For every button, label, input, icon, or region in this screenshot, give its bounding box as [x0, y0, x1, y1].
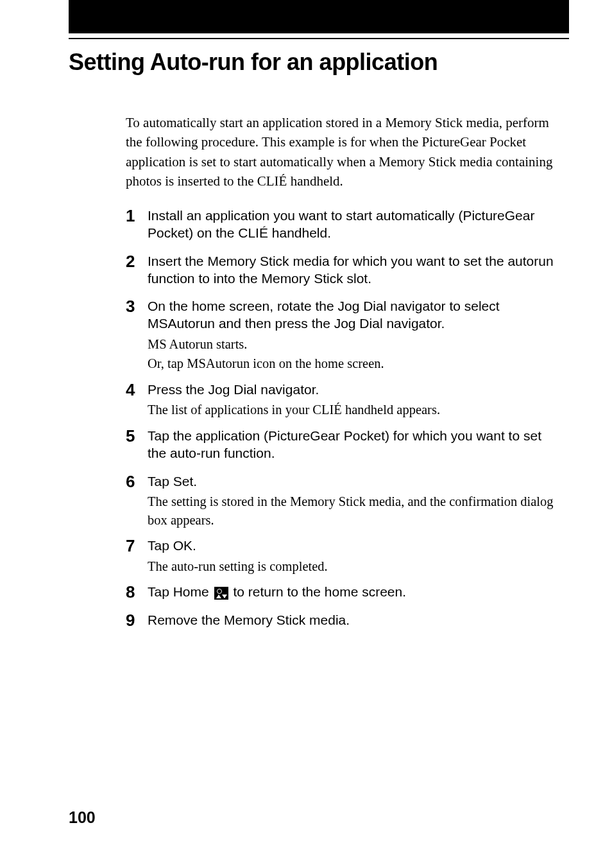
- home-icon: [214, 587, 228, 600]
- steps-list: 1 Install an application you want to sta…: [126, 207, 562, 639]
- step-item: 3 On the home screen, rotate the Jog Dia…: [126, 297, 562, 373]
- step-number: 9: [126, 611, 148, 630]
- step-title: Install an application you want to start…: [148, 207, 562, 242]
- step-description: The auto-run setting is completed.: [148, 557, 562, 576]
- step-item: 9 Remove the Memory Stick media.: [126, 611, 562, 631]
- step-title: Remove the Memory Stick media.: [148, 611, 562, 629]
- step-title-prefix: Tap Home: [148, 584, 213, 599]
- step-number: 8: [126, 583, 148, 602]
- step-content: On the home screen, rotate the Jog Dial …: [148, 297, 562, 373]
- page-number: 100: [69, 808, 96, 827]
- step-content: Tap Set. The setting is stored in the Me…: [148, 473, 562, 530]
- step-item: 2 Insert the Memory Stick media for whic…: [126, 252, 562, 290]
- step-content: Tap OK. The auto-run setting is complete…: [148, 537, 562, 575]
- step-item: 6 Tap Set. The setting is stored in the …: [126, 473, 562, 530]
- step-content: Tap the application (PictureGear Pocket)…: [148, 427, 562, 465]
- step-title-suffix: to return to the home screen.: [230, 584, 406, 599]
- page-title: Setting Auto-run for an application: [69, 49, 438, 76]
- step-number: 1: [126, 207, 148, 225]
- step-number: 4: [126, 381, 148, 399]
- step-number: 2: [126, 252, 148, 271]
- step-number: 5: [126, 427, 148, 446]
- step-content: Remove the Memory Stick media.: [148, 611, 562, 631]
- step-title: On the home screen, rotate the Jog Dial …: [148, 297, 562, 333]
- step-title: Tap Set.: [148, 473, 562, 490]
- step-item: 7 Tap OK. The auto-run setting is comple…: [126, 537, 562, 575]
- step-number: 6: [126, 473, 148, 491]
- step-title: Press the Jog Dial navigator.: [148, 381, 562, 398]
- step-content: Install an application you want to start…: [148, 207, 562, 245]
- step-content: Press the Jog Dial navigator. The list o…: [148, 381, 562, 419]
- step-item: 1 Install an application you want to sta…: [126, 207, 562, 245]
- step-item: 5 Tap the application (PictureGear Pocke…: [126, 427, 562, 465]
- header-rule: [69, 38, 569, 39]
- step-content: Tap Home to return to the home screen.: [148, 583, 562, 603]
- step-description: MS Autorun starts.: [148, 335, 562, 354]
- step-title: Tap OK.: [148, 537, 562, 554]
- step-item: 4 Press the Jog Dial navigator. The list…: [126, 381, 562, 419]
- step-number: 3: [126, 297, 148, 316]
- step-description: The list of applications in your CLIÉ ha…: [148, 401, 562, 419]
- step-title: Tap Home to return to the home screen.: [148, 583, 562, 600]
- step-title: Tap the application (PictureGear Pocket)…: [148, 427, 562, 462]
- step-description: Or, tap MSAutorun icon on the home scree…: [148, 354, 562, 373]
- step-content: Insert the Memory Stick media for which …: [148, 252, 562, 290]
- step-number: 7: [126, 537, 148, 555]
- step-description: The setting is stored in the Memory Stic…: [148, 492, 562, 529]
- header-bar: [69, 0, 569, 33]
- intro-paragraph: To automatically start an application st…: [126, 113, 562, 191]
- step-title: Insert the Memory Stick media for which …: [148, 252, 562, 288]
- step-item: 8 Tap Home to return to the home screen.: [126, 583, 562, 603]
